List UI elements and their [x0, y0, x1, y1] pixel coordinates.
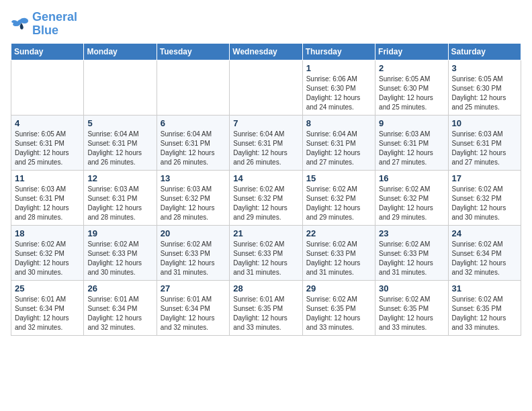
day-number: 6 [161, 118, 226, 128]
day-number: 24 [452, 228, 517, 238]
calendar-cell: 30Sunrise: 6:02 AM Sunset: 6:35 PM Dayli… [375, 280, 448, 335]
calendar-cell: 26Sunrise: 6:01 AM Sunset: 6:34 PM Dayli… [84, 280, 157, 335]
day-number: 13 [161, 173, 226, 183]
day-info: Sunrise: 6:04 AM Sunset: 6:31 PM Dayligh… [87, 130, 152, 167]
day-header-tuesday: Tuesday [157, 43, 229, 60]
day-info: Sunrise: 6:03 AM Sunset: 6:32 PM Dayligh… [161, 185, 226, 222]
day-info: Sunrise: 6:02 AM Sunset: 6:33 PM Dayligh… [306, 240, 371, 277]
calendar-cell: 9Sunrise: 6:03 AM Sunset: 6:31 PM Daylig… [375, 115, 448, 170]
day-number: 1 [306, 63, 371, 73]
day-number: 4 [15, 118, 80, 128]
day-number: 23 [379, 228, 444, 238]
day-number: 3 [452, 63, 517, 73]
day-info: Sunrise: 6:03 AM Sunset: 6:31 PM Dayligh… [87, 185, 152, 222]
logo-bird-icon [11, 17, 30, 32]
day-info: Sunrise: 6:02 AM Sunset: 6:33 PM Dayligh… [161, 240, 226, 277]
day-number: 27 [161, 283, 226, 293]
calendar-cell: 29Sunrise: 6:02 AM Sunset: 6:35 PM Dayli… [302, 280, 375, 335]
calendar-cell: 11Sunrise: 6:03 AM Sunset: 6:31 PM Dayli… [11, 170, 84, 225]
calendar-week-4: 18Sunrise: 6:02 AM Sunset: 6:32 PM Dayli… [11, 225, 521, 280]
day-number: 31 [452, 283, 517, 293]
day-info: Sunrise: 6:05 AM Sunset: 6:31 PM Dayligh… [15, 130, 80, 167]
day-info: Sunrise: 6:02 AM Sunset: 6:32 PM Dayligh… [15, 240, 80, 277]
calendar-cell: 25Sunrise: 6:01 AM Sunset: 6:34 PM Dayli… [11, 280, 84, 335]
day-info: Sunrise: 6:05 AM Sunset: 6:30 PM Dayligh… [379, 75, 444, 112]
calendar-cell: 14Sunrise: 6:02 AM Sunset: 6:32 PM Dayli… [230, 170, 302, 225]
day-info: Sunrise: 6:01 AM Sunset: 6:34 PM Dayligh… [161, 295, 226, 332]
calendar-cell: 21Sunrise: 6:02 AM Sunset: 6:33 PM Dayli… [230, 225, 302, 280]
day-info: Sunrise: 6:02 AM Sunset: 6:34 PM Dayligh… [452, 240, 517, 277]
calendar-cell: 2Sunrise: 6:05 AM Sunset: 6:30 PM Daylig… [375, 60, 448, 115]
calendar-week-1: 1Sunrise: 6:06 AM Sunset: 6:30 PM Daylig… [11, 60, 521, 115]
calendar-cell: 3Sunrise: 6:05 AM Sunset: 6:30 PM Daylig… [448, 60, 521, 115]
calendar-cell: 31Sunrise: 6:02 AM Sunset: 6:35 PM Dayli… [448, 280, 521, 335]
calendar-cell: 17Sunrise: 6:02 AM Sunset: 6:32 PM Dayli… [448, 170, 521, 225]
day-info: Sunrise: 6:02 AM Sunset: 6:35 PM Dayligh… [306, 295, 371, 332]
calendar-body: 1Sunrise: 6:06 AM Sunset: 6:30 PM Daylig… [11, 60, 521, 335]
day-header-wednesday: Wednesday [230, 43, 302, 60]
day-info: Sunrise: 6:01 AM Sunset: 6:35 PM Dayligh… [233, 295, 298, 332]
day-number: 17 [452, 173, 517, 183]
calendar-cell [157, 60, 229, 115]
calendar-cell: 13Sunrise: 6:03 AM Sunset: 6:32 PM Dayli… [157, 170, 229, 225]
calendar-cell: 10Sunrise: 6:03 AM Sunset: 6:31 PM Dayli… [448, 115, 521, 170]
day-info: Sunrise: 6:01 AM Sunset: 6:34 PM Dayligh… [87, 295, 152, 332]
day-info: Sunrise: 6:04 AM Sunset: 6:31 PM Dayligh… [233, 130, 298, 167]
calendar-cell: 7Sunrise: 6:04 AM Sunset: 6:31 PM Daylig… [230, 115, 302, 170]
day-info: Sunrise: 6:03 AM Sunset: 6:31 PM Dayligh… [379, 130, 444, 167]
calendar-cell: 16Sunrise: 6:02 AM Sunset: 6:32 PM Dayli… [375, 170, 448, 225]
day-info: Sunrise: 6:02 AM Sunset: 6:32 PM Dayligh… [233, 185, 298, 222]
day-number: 10 [452, 118, 517, 128]
calendar-cell: 15Sunrise: 6:02 AM Sunset: 6:32 PM Dayli… [302, 170, 375, 225]
day-number: 29 [306, 283, 371, 293]
day-number: 18 [15, 228, 80, 238]
calendar-week-2: 4Sunrise: 6:05 AM Sunset: 6:31 PM Daylig… [11, 115, 521, 170]
day-info: Sunrise: 6:05 AM Sunset: 6:30 PM Dayligh… [452, 75, 517, 112]
calendar-cell: 12Sunrise: 6:03 AM Sunset: 6:31 PM Dayli… [84, 170, 157, 225]
day-number: 8 [306, 118, 371, 128]
day-number: 12 [87, 173, 152, 183]
day-info: Sunrise: 6:06 AM Sunset: 6:30 PM Dayligh… [306, 75, 371, 112]
day-number: 15 [306, 173, 371, 183]
calendar-cell: 4Sunrise: 6:05 AM Sunset: 6:31 PM Daylig… [11, 115, 84, 170]
day-number: 7 [233, 118, 298, 128]
calendar-header-row: SundayMondayTuesdayWednesdayThursdayFrid… [11, 43, 521, 60]
day-header-thursday: Thursday [302, 43, 375, 60]
day-number: 25 [15, 283, 80, 293]
day-info: Sunrise: 6:02 AM Sunset: 6:33 PM Dayligh… [87, 240, 152, 277]
day-number: 20 [161, 228, 226, 238]
calendar-week-5: 25Sunrise: 6:01 AM Sunset: 6:34 PM Dayli… [11, 280, 521, 335]
day-number: 22 [306, 228, 371, 238]
day-number: 9 [379, 118, 444, 128]
day-number: 2 [379, 63, 444, 73]
calendar-cell [11, 60, 84, 115]
day-info: Sunrise: 6:01 AM Sunset: 6:34 PM Dayligh… [15, 295, 80, 332]
day-info: Sunrise: 6:03 AM Sunset: 6:31 PM Dayligh… [452, 130, 517, 167]
day-info: Sunrise: 6:02 AM Sunset: 6:33 PM Dayligh… [379, 240, 444, 277]
calendar-cell [230, 60, 302, 115]
logo-text: General Blue [32, 11, 77, 38]
day-number: 11 [15, 173, 80, 183]
day-info: Sunrise: 6:04 AM Sunset: 6:31 PM Dayligh… [306, 130, 371, 167]
day-header-friday: Friday [375, 43, 448, 60]
calendar-cell: 27Sunrise: 6:01 AM Sunset: 6:34 PM Dayli… [157, 280, 229, 335]
day-info: Sunrise: 6:02 AM Sunset: 6:32 PM Dayligh… [379, 185, 444, 222]
day-header-monday: Monday [84, 43, 157, 60]
day-number: 28 [233, 283, 298, 293]
calendar-cell: 8Sunrise: 6:04 AM Sunset: 6:31 PM Daylig… [302, 115, 375, 170]
day-info: Sunrise: 6:02 AM Sunset: 6:32 PM Dayligh… [306, 185, 371, 222]
day-info: Sunrise: 6:02 AM Sunset: 6:33 PM Dayligh… [233, 240, 298, 277]
calendar-cell: 6Sunrise: 6:04 AM Sunset: 6:31 PM Daylig… [157, 115, 229, 170]
calendar-week-3: 11Sunrise: 6:03 AM Sunset: 6:31 PM Dayli… [11, 170, 521, 225]
calendar-cell: 28Sunrise: 6:01 AM Sunset: 6:35 PM Dayli… [230, 280, 302, 335]
calendar-cell [84, 60, 157, 115]
day-info: Sunrise: 6:04 AM Sunset: 6:31 PM Dayligh… [161, 130, 226, 167]
calendar-cell: 24Sunrise: 6:02 AM Sunset: 6:34 PM Dayli… [448, 225, 521, 280]
day-header-saturday: Saturday [448, 43, 521, 60]
day-info: Sunrise: 6:02 AM Sunset: 6:35 PM Dayligh… [379, 295, 444, 332]
logo: General Blue [11, 11, 77, 38]
calendar-cell: 18Sunrise: 6:02 AM Sunset: 6:32 PM Dayli… [11, 225, 84, 280]
day-number: 21 [233, 228, 298, 238]
calendar-table: SundayMondayTuesdayWednesdayThursdayFrid… [11, 43, 521, 336]
day-info: Sunrise: 6:02 AM Sunset: 6:32 PM Dayligh… [452, 185, 517, 222]
